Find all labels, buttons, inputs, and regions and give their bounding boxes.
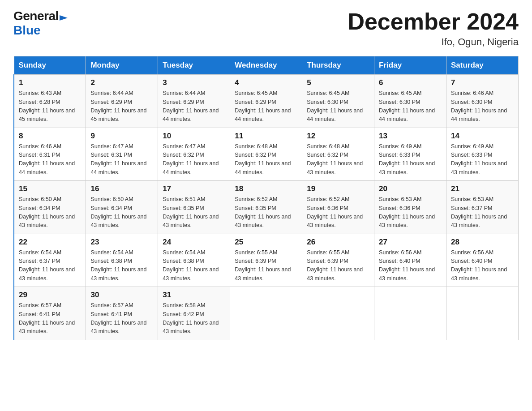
- logo-blue-text: Blue: [13, 23, 41, 38]
- calendar-cell: 16 Sunrise: 6:50 AM Sunset: 6:34 PM Dayl…: [86, 181, 158, 234]
- day-info: Sunrise: 6:44 AM Sunset: 6:29 PM Dayligh…: [90, 89, 153, 124]
- day-number: 4: [235, 78, 297, 87]
- day-info: Sunrise: 6:46 AM Sunset: 6:30 PM Dayligh…: [451, 89, 514, 124]
- week-row-1: 1 Sunrise: 6:43 AM Sunset: 6:28 PM Dayli…: [14, 75, 519, 128]
- calendar-cell: 7 Sunrise: 6:46 AM Sunset: 6:30 PM Dayli…: [446, 75, 519, 128]
- calendar-title: December 2024: [348, 9, 519, 34]
- calendar-body: 1 Sunrise: 6:43 AM Sunset: 6:28 PM Dayli…: [14, 75, 519, 340]
- week-row-4: 22 Sunrise: 6:54 AM Sunset: 6:37 PM Dayl…: [14, 234, 519, 287]
- calendar-table: SundayMondayTuesdayWednesdayThursdayFrid…: [13, 56, 519, 340]
- day-number: 16: [90, 184, 153, 193]
- day-number: 28: [451, 238, 514, 247]
- day-info: Sunrise: 6:48 AM Sunset: 6:32 PM Dayligh…: [307, 142, 369, 177]
- day-info: Sunrise: 6:54 AM Sunset: 6:37 PM Dayligh…: [19, 248, 81, 283]
- calendar-cell: 10 Sunrise: 6:47 AM Sunset: 6:32 PM Dayl…: [158, 128, 230, 181]
- day-info: Sunrise: 6:55 AM Sunset: 6:39 PM Dayligh…: [307, 248, 369, 283]
- calendar-cell: 8 Sunrise: 6:46 AM Sunset: 6:31 PM Dayli…: [14, 128, 86, 181]
- header-monday: Monday: [86, 56, 158, 75]
- calendar-cell: 22 Sunrise: 6:54 AM Sunset: 6:37 PM Dayl…: [14, 234, 86, 287]
- week-row-5: 29 Sunrise: 6:57 AM Sunset: 6:41 PM Dayl…: [14, 287, 519, 340]
- calendar-cell: 21 Sunrise: 6:53 AM Sunset: 6:37 PM Dayl…: [446, 181, 519, 234]
- calendar-cell: 29 Sunrise: 6:57 AM Sunset: 6:41 PM Dayl…: [14, 287, 86, 340]
- day-number: 30: [90, 291, 153, 300]
- day-info: Sunrise: 6:57 AM Sunset: 6:41 PM Dayligh…: [90, 301, 153, 336]
- calendar-cell: 15 Sunrise: 6:50 AM Sunset: 6:34 PM Dayl…: [14, 181, 86, 234]
- day-number: 31: [163, 291, 225, 300]
- calendar-cell: [374, 287, 446, 340]
- week-row-3: 15 Sunrise: 6:50 AM Sunset: 6:34 PM Dayl…: [14, 181, 519, 234]
- calendar-header-row: SundayMondayTuesdayWednesdayThursdayFrid…: [14, 56, 519, 75]
- header-sunday: Sunday: [14, 56, 86, 75]
- page-header: General Blue December 2024 Ifo, Ogun, Ni…: [13, 9, 519, 48]
- day-number: 17: [163, 184, 225, 193]
- day-number: 27: [379, 238, 442, 247]
- calendar-cell: [302, 287, 374, 340]
- calendar-cell: 27 Sunrise: 6:56 AM Sunset: 6:40 PM Dayl…: [374, 234, 446, 287]
- day-number: 15: [19, 184, 81, 193]
- day-info: Sunrise: 6:45 AM Sunset: 6:30 PM Dayligh…: [379, 89, 442, 124]
- day-number: 14: [451, 132, 514, 141]
- week-row-2: 8 Sunrise: 6:46 AM Sunset: 6:31 PM Dayli…: [14, 128, 519, 181]
- day-number: 6: [379, 78, 442, 87]
- day-info: Sunrise: 6:49 AM Sunset: 6:33 PM Dayligh…: [451, 142, 514, 177]
- header-wednesday: Wednesday: [230, 56, 302, 75]
- calendar-cell: 9 Sunrise: 6:47 AM Sunset: 6:31 PM Dayli…: [86, 128, 158, 181]
- calendar-cell: 3 Sunrise: 6:44 AM Sunset: 6:29 PM Dayli…: [158, 75, 230, 128]
- day-number: 21: [451, 184, 514, 193]
- day-info: Sunrise: 6:55 AM Sunset: 6:39 PM Dayligh…: [235, 248, 297, 283]
- header-friday: Friday: [374, 56, 446, 75]
- day-number: 24: [163, 238, 225, 247]
- day-info: Sunrise: 6:44 AM Sunset: 6:29 PM Dayligh…: [163, 89, 225, 124]
- calendar-cell: 5 Sunrise: 6:45 AM Sunset: 6:30 PM Dayli…: [302, 75, 374, 128]
- day-number: 13: [379, 132, 442, 141]
- day-number: 11: [235, 132, 297, 141]
- calendar-cell: 28 Sunrise: 6:56 AM Sunset: 6:40 PM Dayl…: [446, 234, 519, 287]
- day-info: Sunrise: 6:47 AM Sunset: 6:32 PM Dayligh…: [163, 142, 225, 177]
- day-info: Sunrise: 6:53 AM Sunset: 6:36 PM Dayligh…: [379, 195, 442, 230]
- day-info: Sunrise: 6:51 AM Sunset: 6:35 PM Dayligh…: [163, 195, 225, 230]
- day-number: 10: [163, 132, 225, 141]
- day-info: Sunrise: 6:52 AM Sunset: 6:35 PM Dayligh…: [235, 195, 297, 230]
- day-number: 12: [307, 132, 369, 141]
- day-info: Sunrise: 6:50 AM Sunset: 6:34 PM Dayligh…: [19, 195, 81, 230]
- calendar-cell: 2 Sunrise: 6:44 AM Sunset: 6:29 PM Dayli…: [86, 75, 158, 128]
- calendar-cell: 6 Sunrise: 6:45 AM Sunset: 6:30 PM Dayli…: [374, 75, 446, 128]
- svg-marker-0: [60, 15, 68, 21]
- calendar-cell: 20 Sunrise: 6:53 AM Sunset: 6:36 PM Dayl…: [374, 181, 446, 234]
- day-info: Sunrise: 6:48 AM Sunset: 6:32 PM Dayligh…: [235, 142, 297, 177]
- day-info: Sunrise: 6:58 AM Sunset: 6:42 PM Dayligh…: [163, 301, 225, 336]
- day-number: 22: [19, 238, 81, 247]
- day-info: Sunrise: 6:45 AM Sunset: 6:30 PM Dayligh…: [307, 89, 369, 124]
- calendar-cell: 12 Sunrise: 6:48 AM Sunset: 6:32 PM Dayl…: [302, 128, 374, 181]
- day-number: 9: [90, 132, 153, 141]
- calendar-cell: 30 Sunrise: 6:57 AM Sunset: 6:41 PM Dayl…: [86, 287, 158, 340]
- calendar-cell: 11 Sunrise: 6:48 AM Sunset: 6:32 PM Dayl…: [230, 128, 302, 181]
- day-info: Sunrise: 6:56 AM Sunset: 6:40 PM Dayligh…: [379, 248, 442, 283]
- day-info: Sunrise: 6:54 AM Sunset: 6:38 PM Dayligh…: [90, 248, 153, 283]
- day-info: Sunrise: 6:53 AM Sunset: 6:37 PM Dayligh…: [451, 195, 514, 230]
- calendar-cell: 13 Sunrise: 6:49 AM Sunset: 6:33 PM Dayl…: [374, 128, 446, 181]
- calendar-cell: 17 Sunrise: 6:51 AM Sunset: 6:35 PM Dayl…: [158, 181, 230, 234]
- day-number: 23: [90, 238, 153, 247]
- title-block: December 2024 Ifo, Ogun, Nigeria: [348, 9, 519, 48]
- header-saturday: Saturday: [446, 56, 519, 75]
- day-info: Sunrise: 6:54 AM Sunset: 6:38 PM Dayligh…: [163, 248, 225, 283]
- day-number: 2: [90, 78, 153, 87]
- day-info: Sunrise: 6:45 AM Sunset: 6:29 PM Dayligh…: [235, 89, 297, 124]
- day-info: Sunrise: 6:43 AM Sunset: 6:28 PM Dayligh…: [19, 89, 81, 124]
- day-info: Sunrise: 6:50 AM Sunset: 6:34 PM Dayligh…: [90, 195, 153, 230]
- day-number: 19: [307, 184, 369, 193]
- day-number: 20: [379, 184, 442, 193]
- day-number: 7: [451, 78, 514, 87]
- calendar-cell: 24 Sunrise: 6:54 AM Sunset: 6:38 PM Dayl…: [158, 234, 230, 287]
- day-number: 8: [19, 132, 81, 141]
- header-tuesday: Tuesday: [158, 56, 230, 75]
- calendar-cell: 19 Sunrise: 6:52 AM Sunset: 6:36 PM Dayl…: [302, 181, 374, 234]
- day-number: 3: [163, 78, 225, 87]
- day-info: Sunrise: 6:49 AM Sunset: 6:33 PM Dayligh…: [379, 142, 442, 177]
- header-thursday: Thursday: [302, 56, 374, 75]
- calendar-cell: 26 Sunrise: 6:55 AM Sunset: 6:39 PM Dayl…: [302, 234, 374, 287]
- calendar-cell: 14 Sunrise: 6:49 AM Sunset: 6:33 PM Dayl…: [446, 128, 519, 181]
- logo-flag-icon: [60, 15, 68, 23]
- logo: General Blue: [13, 9, 68, 38]
